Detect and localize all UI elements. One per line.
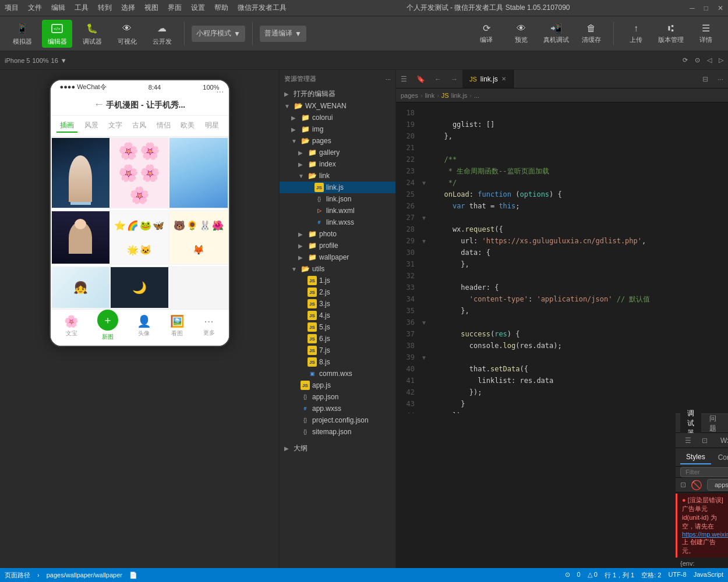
breadcrumb-link[interactable]: link — [425, 92, 435, 99]
section-wx-wenan[interactable]: ▼ 📂 WX_WENAN — [280, 100, 395, 112]
console-toggle-icon[interactable]: ⊡ — [680, 481, 686, 489]
image-flowers[interactable]: 🌸🌸🌸🌸🌸 — [111, 138, 168, 208]
devtools-inspect-icon[interactable]: ⊡ — [697, 434, 712, 447]
menu-item-edit[interactable]: 编辑 — [51, 3, 65, 13]
tab-forward-icon[interactable]: → — [446, 75, 462, 83]
menu-item-help[interactable]: 帮助 — [214, 3, 228, 13]
tab-back-icon[interactable]: ← — [430, 75, 446, 83]
file-1js[interactable]: JS1.js — [280, 275, 395, 286]
rotate-button[interactable]: ⟳ — [683, 56, 688, 64]
image-girl-dark[interactable] — [52, 211, 109, 264]
cloud-button[interactable]: ☁ 云开发 — [147, 20, 177, 48]
file-sitemap-json[interactable]: {}sitemap.json — [280, 426, 395, 438]
console-clear-icon[interactable]: 🚫 — [691, 480, 702, 491]
file-3js[interactable]: JS3.js — [280, 298, 395, 310]
breadcrumb-file[interactable]: link.js — [451, 92, 468, 99]
close-button[interactable]: ✕ — [718, 4, 723, 12]
menu-item-settings[interactable]: 设置 — [191, 3, 205, 13]
version-button[interactable]: ⑆ 版本管理 — [656, 20, 686, 48]
preview-button[interactable]: 👁 预览 — [506, 20, 536, 48]
file-link-json[interactable]: {} link.json — [280, 193, 395, 205]
editor-split-icon[interactable]: ⊟ — [698, 75, 713, 83]
file-6js[interactable]: JS6.js — [280, 333, 395, 345]
folder-utils[interactable]: ▼ 📂 utils — [280, 263, 395, 275]
compile-dropdown[interactable]: 普通编译 ▼ — [260, 26, 306, 42]
menu-item-wechat[interactable]: 微信开发者工具 — [238, 3, 287, 13]
menu-item-select[interactable]: 选择 — [121, 3, 135, 13]
simulator-button[interactable]: 📱 模拟器 — [7, 20, 37, 48]
tab-bookmark-icon[interactable]: 🔖 — [412, 75, 430, 83]
status-path[interactable]: pages/wallpaper/wallpaper — [47, 572, 122, 579]
folder-gallery[interactable]: ▶ 📁 gallery — [280, 147, 395, 158]
file-comm-wxs[interactable]: ▣comm.wxs — [280, 368, 395, 379]
folder-link[interactable]: ▼ 📂 link — [280, 170, 395, 182]
file-link-wxml[interactable]: ▷ link.wxml — [280, 205, 395, 217]
folder-pages[interactable]: ▼ 📂 pages — [280, 135, 395, 147]
image-stickers[interactable]: ⭐🌈🐸🦋🌟🐱 — [111, 211, 168, 264]
upload-button[interactable]: ↑ 上传 — [621, 20, 651, 48]
tab-couple[interactable]: 情侣 — [153, 119, 174, 133]
tab-western[interactable]: 欧美 — [177, 119, 198, 133]
editor-button[interactable]: </> 编辑器 — [42, 20, 72, 48]
image-small-girl[interactable]: 👧 — [52, 267, 109, 308]
mode-dropdown[interactable]: 小程序模式 ▼ — [192, 26, 245, 42]
folder-wallpaper[interactable]: ▶ 📁 wallpaper — [280, 251, 395, 263]
detail-button[interactable]: ☰ 详情 — [691, 20, 721, 48]
phone-nav-wallpaper[interactable]: 🌸 文宝 — [64, 314, 79, 341]
file-app-json[interactable]: {}app.json — [280, 391, 395, 403]
file-5js[interactable]: JS5.js — [280, 321, 395, 333]
tab-ancient[interactable]: 古风 — [129, 119, 150, 133]
outline-toggle[interactable]: ▶ 大纲 — [280, 442, 395, 455]
folder-index[interactable]: ▶ 📁 index — [280, 158, 395, 170]
file-link-wxss[interactable]: # link.wxss — [280, 217, 395, 228]
menu-item-interface[interactable]: 界面 — [168, 3, 182, 13]
phone-nav-more[interactable]: ··· 更多 — [203, 314, 215, 341]
menu-item-goto[interactable]: 转到 — [98, 3, 112, 13]
file-2js[interactable]: JS2.js — [280, 286, 395, 298]
menu-item-view[interactable]: 视图 — [144, 3, 158, 13]
file-link-js[interactable]: JS link.js — [280, 182, 395, 193]
folder-img[interactable]: ▶ 📁 img — [280, 123, 395, 135]
tab-celeb[interactable]: 明星 — [202, 119, 222, 133]
file-7js[interactable]: JS7.js — [280, 345, 395, 356]
folder-profile[interactable]: ▶ 📁 profile — [280, 240, 395, 251]
tab-illustration[interactable]: 插画 — [56, 119, 77, 133]
forward-button[interactable]: ▷ — [719, 56, 723, 64]
console-context-dropdown[interactable]: appservice — [707, 479, 728, 491]
image-blue[interactable] — [169, 138, 227, 208]
editor-more-icon[interactable]: ··· — [713, 75, 728, 83]
phone-nav-view[interactable]: 🖼️ 看图 — [170, 314, 185, 341]
menu-item-project[interactable]: 项目 — [5, 3, 19, 13]
filter-input[interactable] — [680, 467, 728, 477]
file-app-js[interactable]: JSapp.js — [280, 379, 395, 391]
file-4js[interactable]: JS4.js — [280, 310, 395, 321]
fold-24[interactable]: ▼ — [419, 177, 429, 189]
file-project-config[interactable]: {}project.config.json — [280, 414, 395, 426]
menu-item-tools[interactable]: 工具 — [75, 3, 89, 13]
tab-landscape[interactable]: 风景 — [81, 119, 102, 133]
real-machine-button[interactable]: 📲 真机调试 — [541, 20, 571, 48]
device-selector[interactable]: iPhone 5 100% 16 ▼ — [5, 57, 67, 64]
file-8js[interactable]: JS8.js — [280, 356, 395, 368]
devtools-tab-wxml[interactable]: Wxml — [713, 434, 728, 447]
fold-27[interactable]: ▼ — [419, 212, 429, 223]
editor-tab-link-js[interactable]: JS link.js ✕ — [462, 70, 514, 88]
breadcrumb-more[interactable]: ... — [474, 92, 479, 99]
phone-nav-avatar[interactable]: 👤 头像 — [137, 314, 151, 341]
folder-photo[interactable]: ▶ 📁 photo — [280, 228, 395, 240]
phone-nav-new[interactable]: ＋ 新图 — [97, 314, 118, 341]
minimize-button[interactable]: ─ — [690, 4, 695, 12]
compile-button[interactable]: ⟳ 编译 — [471, 20, 501, 48]
screenshot-button[interactable]: ⊙ — [695, 56, 700, 64]
phone-back-icon[interactable]: ← — [94, 98, 104, 110]
image-anime1[interactable] — [52, 138, 109, 208]
image-cute-animals[interactable]: 🐻🌻🐰🌺🦊 — [169, 211, 227, 264]
folder-colorui[interactable]: ▶ 📁 colorui — [280, 112, 395, 123]
debugger-button[interactable]: 🐛 调试器 — [77, 20, 107, 48]
fold-36[interactable]: ▼ — [419, 317, 429, 328]
tab-panel-toggle[interactable]: ☰ — [396, 75, 412, 83]
console-error-link[interactable]: https://mp.weixin.qq.com — [682, 531, 728, 538]
insp-tab-computed[interactable]: Computed — [712, 451, 728, 464]
section-open-editors[interactable]: ▶ 打开的编辑器 — [280, 88, 395, 100]
file-app-wxss[interactable]: #app.wxss — [280, 403, 395, 414]
